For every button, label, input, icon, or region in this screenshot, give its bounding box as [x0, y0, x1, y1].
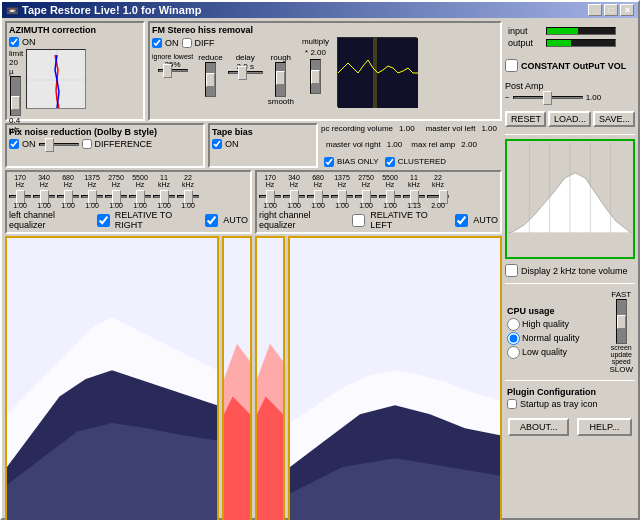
display-2khz-row: Display 2 kHz tone volume: [505, 264, 635, 277]
help-button[interactable]: HELP...: [577, 418, 632, 436]
right-eq-band-3[interactable]: [307, 190, 329, 202]
title-bar: 📼 Tape Restore Live! 1.0 for Winamp _ □ …: [2, 2, 638, 18]
fm-diff-checkbox[interactable]: [182, 38, 192, 48]
controls-section: pc recording volume 1.00 master vol left…: [321, 123, 502, 168]
ignore-label: ignore lowest: [152, 53, 193, 60]
right-eq-section: 170Hz 340Hz 680Hz 1375Hz 2750Hz 5500Hz 1…: [255, 170, 502, 234]
left-eq-band-5[interactable]: [105, 190, 127, 202]
left-auto-label: AUTO: [223, 215, 248, 225]
input-label: input: [508, 26, 543, 36]
output-level-fill: [547, 40, 571, 46]
high-quality-radio[interactable]: [507, 318, 520, 331]
speed-unit: µ/s: [9, 125, 23, 134]
output-level-bar: [546, 39, 616, 47]
tape-bias-on-checkbox[interactable]: [212, 139, 222, 149]
right-eq-band-5[interactable]: [355, 190, 377, 202]
master-left-label: master vol left: [426, 124, 476, 133]
low-quality-radio[interactable]: [507, 346, 520, 359]
noise-on-label: ON: [22, 139, 36, 149]
noise-diff-checkbox[interactable]: [82, 139, 92, 149]
divider-1: [505, 134, 635, 135]
maximize-button[interactable]: □: [604, 4, 618, 16]
post-amp-val: 1.00: [586, 93, 602, 102]
left-auto-checkbox[interactable]: [205, 214, 218, 227]
noise-slider[interactable]: [39, 143, 79, 146]
app-icon: 📼: [6, 5, 18, 16]
clustered-checkbox[interactable]: [385, 157, 395, 167]
main-window: 📼 Tape Restore Live! 1.0 for Winamp _ □ …: [0, 0, 640, 520]
rough-slider[interactable]: [274, 62, 288, 97]
save-button[interactable]: SAVE...: [593, 111, 635, 127]
plugin-config-label: Plugin Configuration: [507, 387, 633, 397]
left-eq-band-8[interactable]: [177, 190, 199, 202]
waveform-right-2: [288, 236, 502, 520]
bias-only-checkbox[interactable]: [324, 157, 334, 167]
fm-on-checkbox[interactable]: [152, 38, 162, 48]
fm-title: FM Stereo hiss removal: [152, 25, 498, 35]
azimuth-graph: [26, 49, 86, 109]
right-auto-checkbox[interactable]: [455, 214, 468, 227]
right-eq-band-4[interactable]: [331, 190, 353, 202]
multiply-slider[interactable]: [309, 59, 323, 94]
bottom-buttons: ABOUT... HELP...: [505, 415, 635, 439]
pc-recording-label: pc recording volume: [321, 124, 393, 133]
delay-slider[interactable]: [228, 71, 263, 74]
left-relative-checkbox[interactable]: [97, 214, 110, 227]
svg-marker-15: [257, 397, 283, 520]
limit-slider[interactable]: [9, 76, 21, 116]
output-label: output: [508, 38, 543, 48]
window-title: Tape Restore Live! 1.0 for Winamp: [22, 4, 201, 16]
about-button[interactable]: ABOUT...: [508, 418, 569, 436]
speed-slider[interactable]: [614, 299, 628, 344]
max-rel-label: max rel amp: [411, 140, 455, 149]
azimuth-title: AZIMUTH correction: [9, 25, 141, 35]
waveform-left-1: [5, 236, 219, 520]
screen-update-label: screen update speed: [611, 344, 632, 365]
divider-3: [505, 380, 635, 381]
reset-button[interactable]: RESET: [505, 111, 546, 127]
load-button[interactable]: LOAD...: [548, 111, 591, 127]
right-eq-band-6[interactable]: [379, 190, 401, 202]
svg-marker-12: [224, 397, 250, 520]
cpu-title: CPU usage: [507, 306, 580, 316]
master-right-val: 1.00: [387, 140, 403, 149]
tape-bias-section: Tape bias ON: [208, 123, 318, 168]
reduce-slider[interactable]: [203, 62, 217, 97]
right-eq-band-2[interactable]: [283, 190, 305, 202]
left-eq-band-3[interactable]: [57, 190, 79, 202]
tape-bias-title: Tape bias: [212, 127, 314, 137]
delay-label: delay: [236, 53, 255, 62]
input-level-fill: [547, 28, 578, 34]
minimize-button[interactable]: _: [588, 4, 602, 16]
right-eq-band-7[interactable]: [403, 190, 425, 202]
startup-label: Startup as tray icon: [520, 399, 598, 409]
left-eq-band-2[interactable]: [33, 190, 55, 202]
io-levels: input output: [505, 21, 635, 53]
azimuth-on-label: ON: [22, 37, 36, 47]
smooth-label: smooth: [268, 97, 294, 106]
display-2khz-checkbox[interactable]: [505, 264, 518, 277]
input-level-bar: [546, 27, 616, 35]
noise-on-checkbox[interactable]: [9, 139, 19, 149]
tape-bias-on-label: ON: [225, 139, 239, 149]
right-eq-label: right channel equalizer: [259, 210, 347, 230]
right-eq-band-1[interactable]: [259, 190, 281, 202]
startup-checkbox[interactable]: [507, 399, 517, 409]
left-eq-section: 170Hz 340Hz 680Hz 1375Hz 2750Hz 5500Hz 1…: [5, 170, 252, 234]
left-eq-band-4[interactable]: [81, 190, 103, 202]
left-eq-band-1[interactable]: [9, 190, 31, 202]
plugin-section: Plugin Configuration Startup as tray ico…: [505, 385, 635, 412]
multiply-val: * 2.00: [305, 48, 326, 57]
left-eq-band-7[interactable]: [153, 190, 175, 202]
right-eq-band-8[interactable]: [427, 190, 449, 202]
ignore-slider[interactable]: [158, 69, 188, 72]
close-button[interactable]: ✕: [620, 4, 634, 16]
normal-quality-radio[interactable]: [507, 332, 520, 345]
right-relative-checkbox[interactable]: [352, 214, 365, 227]
limit-val: 20: [9, 58, 23, 67]
rough-label: rough: [271, 53, 291, 62]
left-eq-band-6[interactable]: [129, 190, 151, 202]
azimuth-on-checkbox[interactable]: [9, 37, 19, 47]
post-amp-slider[interactable]: [513, 96, 583, 99]
const-output-checkbox[interactable]: [505, 59, 518, 72]
